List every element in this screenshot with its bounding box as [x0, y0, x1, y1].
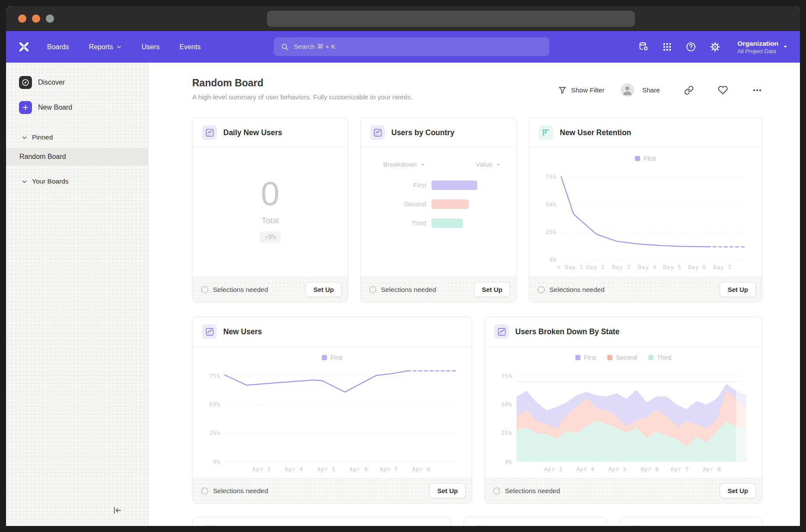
show-filter-button[interactable]: Show Filter [558, 86, 605, 95]
collapse-sidebar-icon[interactable] [112, 505, 122, 516]
svg-text:Apr 5: Apr 5 [317, 466, 336, 472]
svg-text:Apr 8: Apr 8 [412, 466, 431, 472]
apps-grid-icon[interactable] [662, 42, 672, 52]
sidebar-item-label: New Board [38, 104, 72, 111]
sidebar-section-your-boards[interactable]: Your Boards [6, 173, 148, 190]
svg-text:0%: 0% [549, 256, 557, 263]
data-management-icon[interactable] [638, 41, 649, 52]
legend-item: First [635, 155, 656, 162]
set-up-button[interactable]: Set Up [429, 483, 466, 498]
svg-text:0%: 0% [213, 459, 220, 465]
svg-text:75%: 75% [209, 373, 220, 379]
org-name: Organization [737, 39, 778, 48]
funnel-icon [558, 86, 567, 95]
legend-item: First [322, 354, 343, 361]
sidebar-item-random-board[interactable]: Random Board [6, 148, 148, 165]
line-chart-icon [473, 525, 488, 526]
more-options-icon[interactable] [752, 85, 762, 95]
sidebar-section-pinned[interactable]: Pinned [6, 129, 148, 146]
chart-legend: First Second Third [494, 347, 752, 361]
legend-swatch [575, 355, 581, 360]
search-icon [281, 43, 289, 51]
card-status: Selections needed [538, 286, 605, 294]
top-navbar: Boards Reports Users Events Search ⌘ + K [6, 31, 800, 63]
svg-text:25%: 25% [501, 430, 512, 436]
page-title: Random Board [192, 77, 413, 89]
card-insights-report: Insights Report [463, 517, 607, 526]
compass-icon [19, 76, 32, 89]
mixpanel-logo-icon[interactable] [18, 41, 30, 53]
sidebar: Discover New Board Pinned Random Board Y… [6, 63, 149, 526]
nav-item-users[interactable]: Users [142, 43, 160, 51]
status-circle-icon [201, 488, 208, 494]
help-icon[interactable] [685, 41, 696, 52]
svg-text:Apr 3: Apr 3 [544, 466, 563, 472]
zoom-window-button[interactable] [46, 15, 54, 23]
set-up-button[interactable]: Set Up [474, 282, 510, 297]
status-circle-icon [538, 286, 545, 293]
svg-text:25%: 25% [209, 430, 220, 436]
set-up-button[interactable]: Set Up [720, 483, 756, 498]
bar-label: First [361, 181, 426, 189]
card-users-by-country: Users by Country Breakdown Value [360, 117, 517, 302]
set-up-button[interactable]: Set Up [720, 282, 756, 297]
address-bar[interactable] [267, 11, 635, 27]
settings-gear-icon[interactable] [710, 41, 720, 52]
svg-text:< Day 1: < Day 1 [558, 264, 584, 270]
page-subtitle: A high-level summary of user behaviors. … [192, 93, 413, 101]
avatar[interactable] [621, 83, 634, 97]
nav-item-reports[interactable]: Reports [89, 43, 122, 51]
favorite-heart-icon[interactable] [718, 85, 728, 95]
minimize-window-button[interactable] [32, 15, 40, 23]
chevron-down-icon [22, 179, 27, 184]
share-button[interactable]: Share [642, 86, 660, 94]
sidebar-section-label: Your Boards [32, 177, 69, 185]
svg-text:50%: 50% [546, 201, 557, 208]
board-main: Random Board A high-level summary of use… [149, 63, 800, 526]
card-status: Selections needed [201, 487, 268, 495]
card-title: New User Retention [560, 128, 631, 137]
legend-swatch [322, 355, 327, 360]
retention-dots-icon [539, 125, 553, 140]
svg-text:Apr 6: Apr 6 [350, 466, 368, 472]
sidebar-section-label: Pinned [32, 133, 53, 141]
svg-text:Day 7: Day 7 [713, 264, 732, 270]
svg-text:Day 4: Day 4 [638, 264, 657, 270]
line-chart-icon [202, 525, 217, 526]
window-titlebar [6, 6, 800, 31]
legend-item: Second [607, 354, 637, 361]
nav-right-actions: Organization All Project Data [638, 39, 788, 55]
legend-swatch [648, 355, 654, 360]
plus-icon [19, 101, 32, 114]
status-circle-icon [201, 286, 208, 293]
card-new-user-retention: New User Retention First 75%50%25%0%< Da… [529, 117, 762, 302]
svg-text:Day 3: Day 3 [612, 264, 631, 270]
metric-label: Total [261, 216, 279, 225]
set-up-button[interactable]: Set Up [305, 282, 342, 297]
bar-second [432, 200, 469, 209]
card-title: New Users [223, 327, 262, 336]
search-input[interactable]: Search ⌘ + K [274, 37, 549, 56]
svg-text:Apr 7: Apr 7 [380, 466, 398, 472]
sidebar-item-new-board[interactable]: New Board [6, 97, 148, 118]
card-status: Selections needed [369, 286, 436, 294]
sidebar-item-discover[interactable]: Discover [6, 72, 148, 93]
svg-text:Apr 6: Apr 6 [641, 466, 659, 472]
close-window-button[interactable] [18, 15, 26, 23]
state-stacked-area-chart: 75%50%25%0%Apr 3Apr 4Apr 5Apr 6Apr 7Apr … [494, 361, 752, 475]
svg-text:50%: 50% [209, 401, 220, 408]
breakdown-dropdown[interactable]: Breakdown [383, 161, 425, 168]
org-switcher[interactable]: Organization All Project Data [737, 39, 788, 55]
chevron-down-icon [783, 44, 788, 49]
copy-link-icon[interactable] [684, 86, 694, 95]
chart-legend: First [202, 347, 462, 361]
svg-text:Apr 4: Apr 4 [576, 466, 595, 472]
svg-text:Day 6: Day 6 [688, 264, 707, 270]
chevron-down-icon [420, 162, 425, 167]
nav-item-boards[interactable]: Boards [47, 43, 69, 51]
value-dropdown[interactable]: Value [476, 161, 501, 168]
nav-item-events[interactable]: Events [180, 43, 201, 51]
svg-text:Apr 8: Apr 8 [703, 466, 721, 472]
nav-menu: Boards Reports Users Events [47, 43, 200, 51]
card-title: Users by Country [391, 128, 454, 137]
